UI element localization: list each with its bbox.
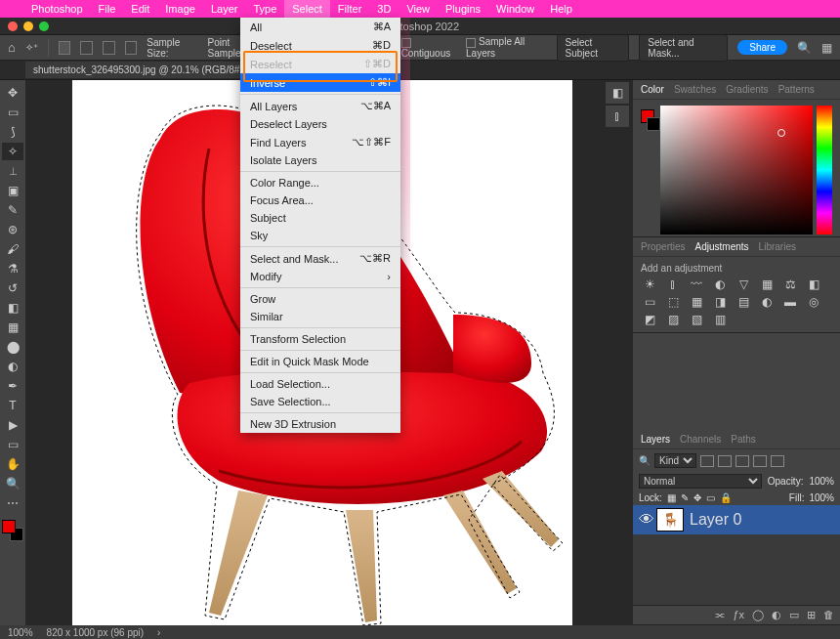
gradient-tool[interactable]: ▦ <box>2 319 23 336</box>
adjustment-layer-icon[interactable]: ◐ <box>772 609 781 621</box>
maximize-icon[interactable] <box>39 21 49 31</box>
invert-icon[interactable]: ◨ <box>711 295 729 309</box>
menu-select[interactable]: Select <box>284 0 330 18</box>
gradient-map-icon[interactable]: ▬ <box>781 295 799 309</box>
tab-color[interactable]: Color <box>641 84 664 95</box>
adj-row3-4[interactable]: ▥ <box>711 313 729 326</box>
threshold-icon[interactable]: ◐ <box>758 295 776 309</box>
menu-item-all[interactable]: All⌘A <box>240 18 400 36</box>
color-fgbg[interactable] <box>641 106 660 231</box>
filter-adj-icon[interactable] <box>718 455 732 467</box>
menu-item-subject[interactable]: Subject <box>240 209 400 227</box>
select-subject-button[interactable]: Select Subject <box>557 34 630 62</box>
menu-filter[interactable]: Filter <box>330 0 369 18</box>
menu-item-load-selection-[interactable]: Load Selection... <box>240 375 400 393</box>
selection-intersect-icon[interactable] <box>125 41 138 55</box>
group-icon[interactable]: ▭ <box>789 609 799 621</box>
hue-slider[interactable] <box>817 106 832 234</box>
foreground-color[interactable] <box>2 520 16 533</box>
healing-tool[interactable]: ⊛ <box>2 221 23 238</box>
menu-item-all-layers[interactable]: All Layers⌥⌘A <box>240 97 400 115</box>
color-field[interactable] <box>660 106 813 234</box>
lock-paint-icon[interactable]: ✎ <box>681 492 689 503</box>
select-mask-button[interactable]: Select and Mask... <box>639 34 728 62</box>
pen-tool[interactable]: ✒ <box>2 377 23 395</box>
move-tool[interactable]: ✥ <box>2 84 23 102</box>
selective-color-icon[interactable]: ◎ <box>805 295 822 309</box>
menu-item-select-and-mask-[interactable]: Select and Mask...⌥⌘R <box>240 249 400 268</box>
tab-patterns[interactable]: Patterns <box>778 84 815 95</box>
lock-trans-icon[interactable]: ▦ <box>667 492 676 503</box>
link-layers-icon[interactable]: ⫘ <box>714 609 725 621</box>
menu-file[interactable]: File <box>91 0 124 18</box>
close-icon[interactable] <box>8 21 18 31</box>
document-tab-active[interactable]: shutterstock_326495300.jpg @ 20.1% (RGB/… <box>25 62 265 78</box>
filter-kind-select[interactable]: Kind <box>654 453 696 468</box>
magic-wand-tool[interactable]: ✧ <box>2 143 23 160</box>
color-panel-icon[interactable]: ◧ <box>606 82 629 104</box>
filter-shape-icon[interactable] <box>753 455 767 467</box>
magic-wand-icon[interactable]: ✧⁺ <box>25 42 38 53</box>
select-menu-dropdown[interactable]: All⌘ADeselect⌘DReselect⇧⌘DInverse⇧⌘IAll … <box>240 18 400 433</box>
eyedropper-tool[interactable]: ✎ <box>2 201 23 219</box>
menu-item-grow[interactable]: Grow <box>240 290 400 308</box>
menu-item-isolate-layers[interactable]: Isolate Layers <box>240 151 400 169</box>
selection-add-icon[interactable] <box>80 41 93 55</box>
lock-pos-icon[interactable]: ✥ <box>693 492 701 503</box>
lock-art-icon[interactable]: ▭ <box>706 492 715 503</box>
shape-tool[interactable]: ▭ <box>2 436 23 453</box>
menu-item-focus-area-[interactable]: Focus Area... <box>240 192 400 209</box>
color-lookup-icon[interactable]: ▦ <box>688 295 705 309</box>
menu-item-deselect-layers[interactable]: Deselect Layers <box>240 115 400 133</box>
menu-view[interactable]: View <box>399 0 438 18</box>
visibility-icon[interactable]: 👁 <box>639 511 651 529</box>
fill-value[interactable]: 100% <box>809 492 834 503</box>
history-brush-tool[interactable]: ↺ <box>2 279 23 297</box>
foreground-background-colors[interactable] <box>2 520 23 541</box>
frame-tool[interactable]: ▣ <box>2 182 23 199</box>
lock-all-icon[interactable]: 🔒 <box>720 492 732 503</box>
menu-item-modify[interactable]: Modify <box>240 268 400 285</box>
filter-smart-icon[interactable] <box>771 455 784 467</box>
menu-type[interactable]: Type <box>245 0 284 18</box>
hue-icon[interactable]: ▦ <box>758 277 776 291</box>
status-arrow-icon[interactable]: › <box>157 627 160 638</box>
histogram-panel-icon[interactable]: ⫿ <box>606 106 629 127</box>
window-controls[interactable] <box>8 21 49 31</box>
type-tool[interactable]: T <box>2 397 23 414</box>
menu-edit[interactable]: Edit <box>123 0 157 18</box>
lasso-tool[interactable]: ⟆ <box>2 123 23 141</box>
brush-tool[interactable]: 🖌 <box>2 240 23 258</box>
dodge-tool[interactable]: ◐ <box>2 358 23 375</box>
zoom-value[interactable]: 100% <box>8 627 33 638</box>
eraser-tool[interactable]: ◧ <box>2 299 23 317</box>
tab-libraries[interactable]: Libraries <box>759 241 796 252</box>
search-icon[interactable]: 🔍 <box>797 41 812 55</box>
tab-swatches[interactable]: Swatches <box>674 84 716 95</box>
levels-icon[interactable]: ⫿ <box>664 277 682 291</box>
menu-photoshop[interactable]: Photoshop <box>23 0 91 18</box>
edit-toolbar[interactable]: ⋯ <box>2 494 23 512</box>
blur-tool[interactable]: ⬤ <box>2 338 23 356</box>
layer-thumbnail[interactable]: 🪑 <box>656 508 684 532</box>
marquee-tool[interactable]: ▭ <box>2 104 23 121</box>
menu-item-edit-in-quick-mask-mode[interactable]: Edit in Quick Mask Mode <box>240 353 400 370</box>
path-tool[interactable]: ▶ <box>2 416 23 434</box>
menu-item-new-3d-extrusion[interactable]: New 3D Extrusion <box>240 415 400 433</box>
crop-tool[interactable]: ⟂ <box>2 162 23 180</box>
tab-gradients[interactable]: Gradients <box>726 84 768 95</box>
menu-item-similar[interactable]: Similar <box>240 308 400 325</box>
menu-item-find-layers[interactable]: Find Layers⌥⇧⌘F <box>240 133 400 151</box>
vibrance-icon[interactable]: ▽ <box>735 277 752 291</box>
exposure-icon[interactable]: ◐ <box>711 277 729 291</box>
zoom-tool[interactable]: 🔍 <box>2 475 23 492</box>
menu-plugins[interactable]: Plugins <box>438 0 488 18</box>
menu-item-save-selection-[interactable]: Save Selection... <box>240 393 400 410</box>
menu-item-color-range-[interactable]: Color Range... <box>240 174 400 192</box>
clone-tool[interactable]: ⚗ <box>2 260 23 277</box>
menu-item-sky[interactable]: Sky <box>240 227 400 244</box>
photo-filter-icon[interactable]: ▭ <box>641 295 658 309</box>
curves-icon[interactable]: 〰 <box>688 277 705 291</box>
menu-layer[interactable]: Layer <box>203 0 246 18</box>
minimize-icon[interactable] <box>23 21 33 31</box>
